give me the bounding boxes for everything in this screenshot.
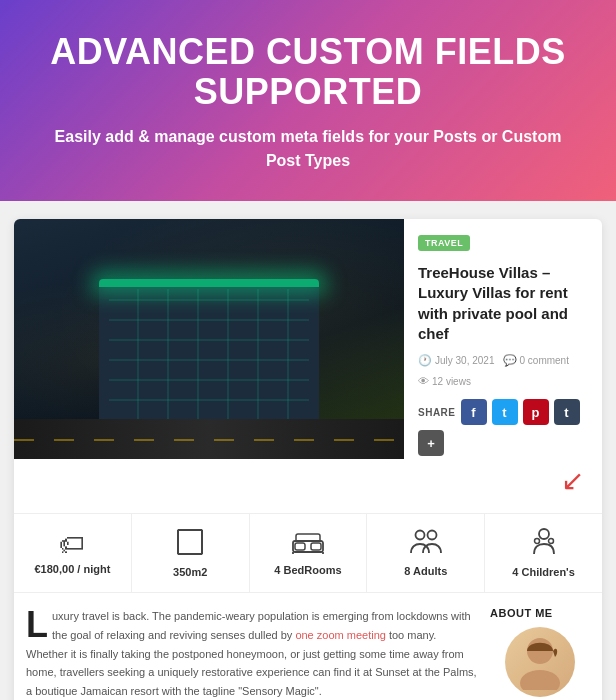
share-label: SHARE <box>418 407 456 418</box>
drop-cap: L <box>26 611 48 640</box>
calendar-icon: 🕐 <box>418 354 432 367</box>
bedroom-icon <box>292 530 324 558</box>
svg-point-20 <box>520 670 560 690</box>
facebook-button[interactable]: f <box>461 399 487 425</box>
svg-point-18 <box>548 539 553 544</box>
size-label: 350m2 <box>173 566 207 578</box>
card-top: TRAVEL TreeHouse Villas – Luxury Villas … <box>14 219 602 513</box>
price-icon: 🏷 <box>59 531 85 557</box>
post-date: 🕐 July 30, 2021 <box>418 354 495 367</box>
card-image <box>14 219 404 459</box>
eye-icon: 👁 <box>418 375 429 387</box>
card-container: TRAVEL TreeHouse Villas – Luxury Villas … <box>14 219 602 700</box>
price-label: €180,00 / night <box>34 563 110 575</box>
comment-icon: 💬 <box>503 354 517 367</box>
adults-icon <box>409 529 443 559</box>
tumblr-button[interactable]: t <box>554 399 580 425</box>
header-subtitle: Easily add & manage custom meta fields f… <box>40 125 576 173</box>
children-icon <box>529 528 559 560</box>
size-icon <box>176 528 204 560</box>
svg-point-15 <box>427 531 436 540</box>
svg-point-16 <box>539 529 549 539</box>
post-title: TreeHouse Villas – Luxury Villas for ren… <box>418 263 588 344</box>
svg-point-17 <box>534 539 539 544</box>
more-share-button[interactable]: + <box>418 430 444 456</box>
about-title: ABOUT ME <box>490 607 590 619</box>
feature-adults: 8 Adults <box>367 514 485 592</box>
svg-rect-10 <box>295 543 305 550</box>
feature-bedrooms: 4 BedRooms <box>250 514 368 592</box>
svg-rect-11 <box>311 543 321 550</box>
share-row: SHARE f t p t + <box>418 399 588 456</box>
feature-size: 350m2 <box>132 514 250 592</box>
avatar <box>505 627 575 697</box>
arrow-hint: ↙ <box>418 464 588 497</box>
svg-rect-0 <box>178 530 202 554</box>
header-title: ADVANCED CUSTOM FIELDS SUPPORTED <box>40 32 576 111</box>
building-glow <box>99 279 319 287</box>
adults-label: 8 Adults <box>404 565 447 577</box>
road-graphic <box>14 419 404 459</box>
feature-children: 4 Children's <box>485 514 602 592</box>
article-link[interactable]: one zoom meeting <box>295 629 386 641</box>
feature-price: 🏷 €180,00 / night <box>14 514 132 592</box>
header-section: ADVANCED CUSTOM FIELDS SUPPORTED Easily … <box>0 0 616 201</box>
svg-point-14 <box>415 531 424 540</box>
pinterest-button[interactable]: p <box>523 399 549 425</box>
bedrooms-label: 4 BedRooms <box>274 564 341 576</box>
tag-badge[interactable]: TRAVEL <box>418 235 470 251</box>
children-label: 4 Children's <box>512 566 575 578</box>
post-meta: 🕐 July 30, 2021 💬 0 comment 👁 12 views <box>418 354 588 387</box>
about-panel: ABOUT ME <box>490 607 590 700</box>
post-comments: 💬 0 comment <box>503 354 569 367</box>
post-views: 👁 12 views <box>418 375 471 387</box>
article-body: uxury travel is back. The pandemic-weary… <box>26 610 477 697</box>
card-bottom: L uxury travel is back. The pandemic-wea… <box>14 593 602 700</box>
article-text: L uxury travel is back. The pandemic-wea… <box>26 607 478 700</box>
features-bar: 🏷 €180,00 / night 350m2 <box>14 513 602 593</box>
card-info: TRAVEL TreeHouse Villas – Luxury Villas … <box>404 219 602 513</box>
twitter-button[interactable]: t <box>492 399 518 425</box>
